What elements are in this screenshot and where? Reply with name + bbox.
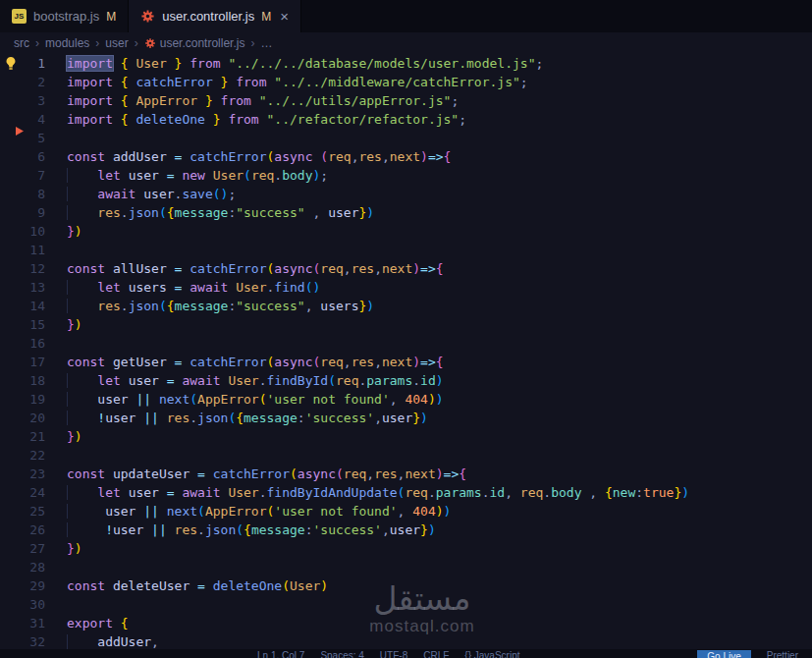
code-text: !user || res.json({message:'success',use… (45, 409, 428, 427)
code-line[interactable]: 32 addUser, (0, 632, 812, 649)
line-number[interactable]: 6 (0, 147, 45, 166)
line-number[interactable]: 27 (0, 539, 45, 558)
line-number[interactable]: 26 (0, 521, 45, 539)
code-line[interactable]: 8 await user.save(); (0, 185, 812, 203)
line-number[interactable]: 12 (0, 259, 45, 278)
code-text: export { (45, 614, 129, 632)
code-line[interactable]: 11 (0, 241, 812, 259)
code-line[interactable]: 2import { catchError } from "../../middl… (0, 73, 812, 91)
code-line[interactable]: 19 user || next(AppError('user not found… (0, 390, 812, 409)
line-number[interactable]: 15 (0, 315, 45, 334)
code-text: !user || res.json({message:'success',use… (45, 521, 436, 539)
code-line[interactable]: 30 (0, 595, 812, 614)
breadcrumb-separator: › (135, 36, 138, 50)
line-number[interactable]: 18 (0, 371, 45, 390)
breadcrumb-separator: › (250, 36, 254, 50)
line-number[interactable]: 24 (0, 483, 45, 502)
line-number[interactable]: 14 (0, 297, 45, 315)
prettier-status[interactable]: Prettier (767, 650, 798, 658)
line-number[interactable]: 20 (0, 409, 45, 427)
code-line[interactable]: 27}) (0, 539, 812, 558)
code-line[interactable]: 13 let users = await User.find() (0, 278, 812, 297)
line-number[interactable]: 28 (0, 558, 45, 576)
breadcrumb-symbol-ellipsis[interactable]: … (260, 36, 272, 50)
code-text (45, 558, 67, 576)
code-line[interactable]: 24 let user = await User.findByIdAndUpda… (0, 483, 812, 502)
eol-status[interactable]: CRLF (423, 650, 449, 658)
line-number[interactable]: 21 (0, 427, 45, 446)
line-number[interactable]: 23 (0, 465, 45, 483)
code-line[interactable]: 1import { User } from "../../../database… (0, 54, 812, 73)
code-line[interactable]: 31export { (0, 614, 812, 632)
code-text: import { deleteOne } from "../refactor/r… (45, 110, 466, 129)
code-line[interactable]: 7 let user = new User(req.body); (0, 166, 812, 185)
code-line[interactable]: 21}) (0, 427, 812, 446)
code-text: import { catchError } from "../../middle… (45, 73, 528, 91)
status-bar: Ln 1, Col 7 Spaces: 4 UTF-8 CRLF {} Java… (0, 649, 812, 658)
go-live-button[interactable]: Go Live (697, 650, 750, 658)
breadcrumb-separator: › (35, 36, 39, 50)
line-number[interactable]: 25 (0, 502, 45, 521)
line-number[interactable]: 16 (0, 334, 45, 353)
code-line[interactable]: 28 (0, 558, 812, 576)
line-number[interactable]: 32 (0, 632, 45, 649)
language-mode-status[interactable]: {} JavaScript (464, 650, 519, 658)
code-line[interactable]: 29const deleteUser = deleteOne(User) (0, 576, 812, 595)
line-number[interactable]: 8 (0, 185, 45, 203)
modified-badge: M (261, 10, 271, 24)
code-line[interactable]: 22 (0, 446, 812, 465)
code-text: res.json({message:"success", users}) (45, 297, 374, 315)
code-text: import { AppError } from "../../utils/ap… (45, 91, 459, 110)
tab-user-controller-js[interactable]: user.controller.js M × (129, 0, 301, 32)
line-number[interactable]: 3 (0, 91, 45, 110)
line-number[interactable]: 9 (0, 203, 45, 222)
code-text: let user = await User.findByIdAndUpdate(… (45, 483, 689, 502)
line-number[interactable]: 19 (0, 390, 45, 409)
code-line[interactable]: 16 (0, 334, 812, 353)
breadcrumb: src › modules › user › user.controller.j… (0, 32, 812, 54)
breadcrumb-item-user[interactable]: user (105, 36, 128, 50)
breadcrumb-item-src[interactable]: src (14, 36, 29, 50)
indentation-status[interactable]: Spaces: 4 (320, 650, 363, 658)
code-line[interactable]: 6const addUser = catchError(async (req,r… (0, 147, 812, 166)
line-number[interactable]: 31 (0, 614, 45, 632)
code-line[interactable]: 4import { deleteOne } from "../refactor/… (0, 110, 812, 129)
code-area[interactable]: 1import { User } from "../../../database… (0, 54, 812, 649)
controller-gear-icon (140, 9, 155, 24)
code-line[interactable]: 12const allUser = catchError(async(req,r… (0, 259, 812, 278)
breadcrumb-item-filename[interactable]: user.controller.js (144, 36, 245, 50)
code-line[interactable]: 25 user || next(AppError('user not found… (0, 502, 812, 521)
code-text: addUser, (45, 632, 159, 649)
tab-bootstrap-js[interactable]: JS bootstrap.js M (0, 0, 129, 32)
breadcrumb-item-modules[interactable]: modules (45, 36, 89, 50)
editor[interactable]: 1import { User } from "../../../database… (0, 54, 812, 649)
code-line[interactable]: 26 !user || res.json({message:'success',… (0, 521, 812, 539)
line-number[interactable]: 22 (0, 446, 45, 465)
code-line[interactable]: 15}) (0, 315, 812, 334)
line-number[interactable]: 29 (0, 576, 45, 595)
tab-label: user.controller.js (162, 9, 254, 24)
line-number[interactable]: 7 (0, 166, 45, 185)
code-line[interactable]: 5 (0, 129, 812, 147)
code-line[interactable]: 3import { AppError } from "../../utils/a… (0, 91, 812, 110)
lightbulb-quickfix-icon[interactable] (4, 56, 18, 76)
code-line[interactable]: 18 let user = await User.findById(req.pa… (0, 371, 812, 390)
code-line[interactable]: 10}) (0, 222, 812, 241)
close-tab-icon[interactable]: × (280, 9, 289, 24)
code-line[interactable]: 23const updateUser = catchError(async(re… (0, 465, 812, 483)
line-number[interactable]: 13 (0, 278, 45, 297)
cursor-position-status[interactable]: Ln 1, Col 7 (257, 650, 304, 658)
breadcrumb-separator: › (95, 36, 99, 50)
line-number[interactable]: 11 (0, 241, 45, 259)
line-number[interactable]: 10 (0, 222, 45, 241)
code-line[interactable]: 17const getUser = catchError(async(req,r… (0, 353, 812, 371)
line-number[interactable]: 30 (0, 595, 45, 614)
code-line[interactable]: 14 res.json({message:"success", users}) (0, 297, 812, 315)
code-text: const getUser = catchError(async(req,res… (45, 353, 444, 371)
gutter-marker-icon[interactable] (15, 123, 25, 141)
code-line[interactable]: 20 !user || res.json({message:'success',… (0, 409, 812, 427)
vscode-window: JS bootstrap.js M user.controller.js M ×… (0, 0, 812, 658)
line-number[interactable]: 17 (0, 353, 45, 371)
code-line[interactable]: 9 res.json({message:"success" , user}) (0, 203, 812, 222)
encoding-status[interactable]: UTF-8 (380, 650, 407, 658)
